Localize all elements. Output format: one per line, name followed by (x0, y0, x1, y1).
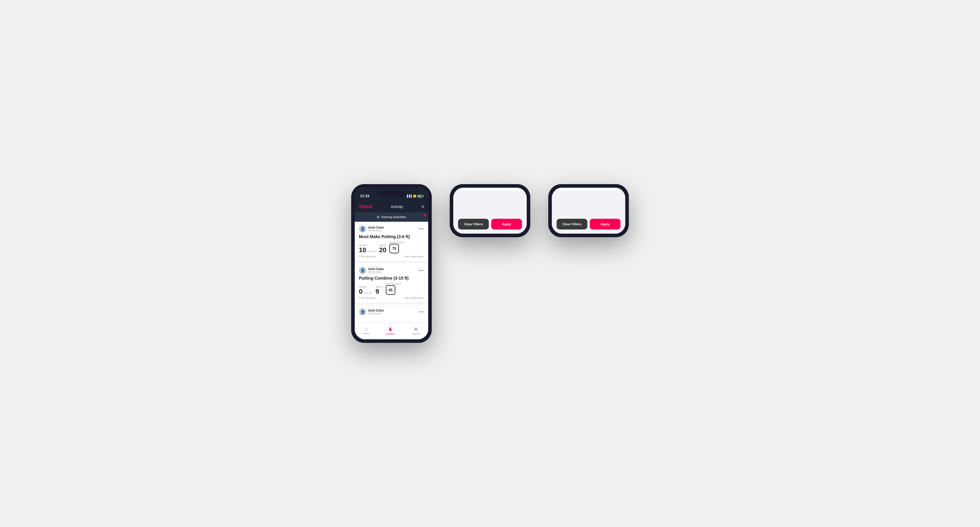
status-time-1: 11:33 (360, 194, 369, 198)
card-2-header: 👤 Josh Coles 28 Feb 2023 ••• (359, 267, 424, 274)
card-3-header: 👤 Josh Coles 28 Feb 2023 ••• (359, 308, 424, 316)
activity-card-1[interactable]: 👤 Josh Coles 28 Feb 2023 ••• Must Make P… (355, 222, 428, 262)
card-1-user: 👤 Josh Coles 28 Feb 2023 (359, 225, 384, 232)
shot-quality-badge-1: 75 (389, 244, 399, 253)
user-name-1: Josh Coles (368, 226, 384, 229)
card-stats-1: Score 10 OUT OF Shots 20 (359, 241, 424, 253)
red-dot-1 (423, 214, 426, 216)
hamburger-icon-1[interactable]: ≡ (422, 204, 424, 209)
filter-sheet-3: Filter ✕ Show Rounds Practice Drills Pra… (552, 188, 625, 234)
apply-button-2[interactable]: Apply (491, 219, 522, 230)
test-info-1: Test Information (361, 256, 375, 257)
bottom-nav-1: ⌂ Home ♟ Activities ⊕ Capture (355, 323, 428, 339)
filter-icon-1: ⊞ (377, 216, 379, 219)
sheet-body-2: Show Rounds Practice Drills Rounds Pract… (453, 188, 527, 191)
filter-sheet-2: Filter ✕ Show Rounds Practice Drills Rou… (453, 188, 527, 234)
user-info-1: Josh Coles 28 Feb 2023 (368, 226, 384, 232)
sq-label-2: Shot Quality (386, 283, 401, 285)
score-row-1: 10 OUT OF (359, 247, 376, 253)
test-info-2: Test Information (361, 297, 375, 299)
avatar-inner-1: 👤 (359, 225, 366, 232)
more-dots-3[interactable]: ••• (418, 310, 424, 314)
avatar-3: 👤 (359, 308, 366, 316)
out-of-1: OUT OF (368, 250, 375, 252)
scene: 11:33 ▐▐▐ 📶 clippd Activity ≡ ⊞ Viewing … (333, 166, 647, 361)
sheet-footer-3: Clear Filters Apply (552, 214, 625, 234)
clear-filters-button-2[interactable]: Clear Filters (458, 219, 489, 230)
card-1-header: 👤 Josh Coles 28 Feb 2023 ••• (359, 225, 424, 232)
home-icon-1: ⌂ (364, 326, 368, 332)
score-value-1: 10 (359, 247, 366, 253)
clear-filters-button-3[interactable]: Clear Filters (557, 219, 587, 230)
more-dots-1[interactable]: ••• (418, 227, 424, 231)
info-icon-1: ℹ (359, 255, 360, 257)
home-label-1: Home (363, 332, 369, 335)
nav-capture-1[interactable]: ⊕ Capture (412, 326, 420, 335)
user-info-3: Josh Coles 28 Feb 2023 (368, 309, 384, 315)
sheet-spacer-3 (552, 191, 625, 214)
app-header-1: clippd Activity ≡ (355, 202, 428, 212)
card-footer-left-1: ℹ Test Information (359, 255, 375, 257)
viewing-bar-text-1: Viewing Activities (381, 215, 406, 219)
shots-value-1: 20 (379, 247, 387, 253)
card-stats-2: Score 0 OUT OF Shots 9 (359, 283, 424, 295)
score-group-1: Score 10 OUT OF (359, 244, 376, 253)
card-footer-right-1: Data: Clippd Capture (405, 256, 424, 257)
activity-list-1: 👤 Josh Coles 28 Feb 2023 ••• Must Make P… (355, 222, 428, 321)
status-icons-1: ▐▐▐ 📶 (406, 195, 423, 198)
card-title-2: Putting Combine (3-15 ft) (359, 276, 424, 281)
score-group-2: Score 0 OUT OF (359, 286, 373, 295)
avatar-figure-3: 👤 (360, 310, 365, 314)
battery-fill-1 (418, 195, 421, 197)
capture-icon-1: ⊕ (414, 326, 418, 332)
avatar-figure-1: 👤 (360, 227, 365, 231)
phone-2-screen: 11:33 ▐▐▐ 📶 clippd Activity ≡ ⊞ Viewing … (453, 188, 527, 234)
logo-1: clippd (359, 204, 372, 209)
activities-icon-1: ♟ (388, 326, 392, 332)
nav-home-1[interactable]: ⌂ Home (363, 326, 369, 335)
user-date-2: 28 Feb 2023 (368, 271, 384, 273)
user-date-1: 28 Feb 2023 (368, 229, 384, 232)
battery-icon-1 (417, 195, 423, 198)
avatar-2: 👤 (359, 267, 366, 274)
viewing-bar-1[interactable]: ⊞ Viewing Activities (355, 212, 428, 222)
nav-activities-1[interactable]: ♟ Activities (386, 326, 395, 335)
shot-quality-badge-2: 45 (386, 285, 395, 295)
signal-icon-1: ▐▐▐ (406, 195, 412, 198)
activity-card-3[interactable]: 👤 Josh Coles 28 Feb 2023 ••• (355, 305, 428, 321)
shots-row-2: 9 (375, 288, 383, 295)
user-info-2: Josh Coles 28 Feb 2023 (368, 267, 384, 273)
card-footer-2: ℹ Test Information Data: Clippd Capture (359, 297, 424, 299)
card-footer-left-2: ℹ Test Information (359, 297, 375, 299)
avatar-1: 👤 (359, 225, 366, 232)
sq-label-1: Shot Quality (389, 241, 405, 243)
card-footer-1: ℹ Test Information Data: Clippd Capture (359, 255, 424, 257)
user-date-3: 28 Feb 2023 (368, 312, 384, 315)
card-2-user: 👤 Josh Coles 28 Feb 2023 (359, 267, 384, 274)
avatar-inner-3: 👤 (359, 309, 366, 315)
activity-card-2[interactable]: 👤 Josh Coles 28 Feb 2023 ••• Putting Com… (355, 263, 428, 303)
card-3-user: 👤 Josh Coles 28 Feb 2023 (359, 308, 384, 316)
more-dots-2[interactable]: ••• (418, 268, 424, 273)
apply-button-3[interactable]: Apply (590, 219, 620, 230)
dynamic-island-1 (378, 191, 405, 197)
shots-row-1: 20 (379, 247, 387, 253)
sheet-body-3: Show Rounds Practice Drills Practice Dri… (552, 188, 625, 191)
avatar-figure-2: 👤 (360, 268, 365, 273)
filter-overlay-2: Filter ✕ Show Rounds Practice Drills Rou… (453, 188, 527, 234)
filter-overlay-3: Filter ✕ Show Rounds Practice Drills Pra… (552, 188, 625, 234)
sq-group-2: Shot Quality 45 (386, 283, 401, 295)
phone-2: 11:33 ▐▐▐ 📶 clippd Activity ≡ ⊞ Viewing … (450, 184, 530, 237)
phone-1-screen: 11:33 ▐▐▐ 📶 clippd Activity ≡ ⊞ Viewing … (355, 188, 428, 339)
shots-group-2: Shots 9 (375, 286, 383, 295)
header-title-1: Activity (391, 205, 403, 209)
out-of-2: OUT OF (364, 292, 372, 294)
sheet-footer-2: Clear Filters Apply (453, 214, 527, 234)
score-row-2: 0 OUT OF (359, 288, 373, 295)
wifi-icon-1: 📶 (413, 195, 416, 198)
card-title-1: Must Make Putting (3-6 ft) (359, 234, 424, 239)
user-name-2: Josh Coles (368, 267, 384, 271)
shots-group-1: Shots 20 (379, 244, 387, 253)
capture-label-1: Capture (412, 332, 420, 335)
phone-3-screen: 11:33 ▐▐▐ 📶 clippd Activity ≡ ⊞ Viewing … (552, 188, 625, 234)
